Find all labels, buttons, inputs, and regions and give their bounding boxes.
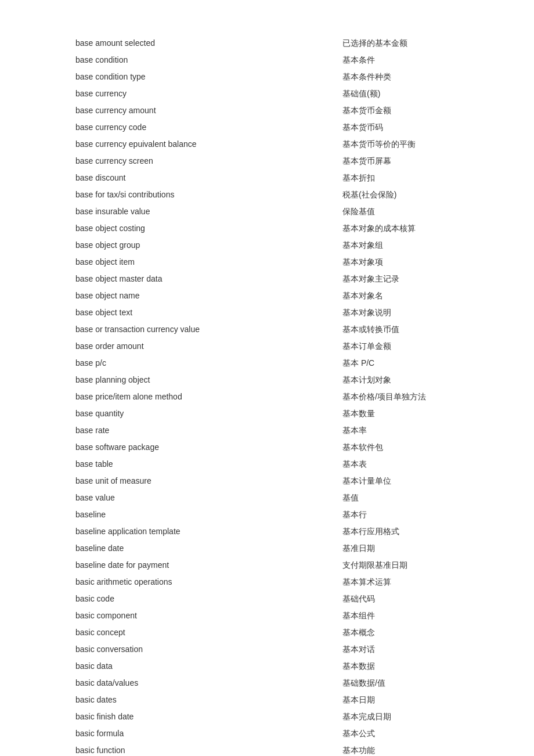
glossary-zh-term: 基本或转换币值	[342, 323, 459, 336]
glossary-row: baseline application template基本行应用格式	[75, 523, 459, 540]
glossary-zh-term: 基本概念	[342, 627, 459, 639]
glossary-zh-term: 基本对话	[342, 643, 459, 656]
glossary-en-term: base table	[75, 458, 342, 470]
glossary-row: base rate基本率	[75, 422, 459, 439]
glossary-zh-term: 保险基值	[342, 206, 459, 218]
glossary-en-term: base quantity	[75, 408, 342, 420]
glossary-en-term: base for tax/si contributions	[75, 189, 342, 201]
glossary-row: basic data/values基础数据/值	[75, 675, 459, 692]
glossary-row: basic function基本功能	[75, 742, 459, 756]
glossary-row: base order amount基本订单金额	[75, 338, 459, 355]
glossary-row: baseline date基准日期	[75, 540, 459, 557]
glossary-en-term: base object text	[75, 307, 342, 319]
glossary-row: base table基本表	[75, 456, 459, 473]
glossary-row: base currency screen基本货币屏幕	[75, 153, 459, 170]
glossary-zh-term: 基本对象的成本核算	[342, 222, 459, 235]
glossary-zh-term: 基本算术运算	[342, 576, 459, 588]
glossary-en-term: base currency	[75, 88, 342, 100]
glossary-en-term: base object item	[75, 256, 342, 268]
glossary-row: base discount基本折扣	[75, 170, 459, 186]
glossary-row: baseline基本行	[75, 506, 459, 523]
glossary-en-term: baseline	[75, 509, 342, 521]
glossary-zh-term: 基本货币码	[342, 121, 459, 134]
glossary-zh-term: 基本公式	[342, 728, 459, 740]
glossary-en-term: base object name	[75, 290, 342, 302]
glossary-zh-term: 基本数量	[342, 408, 459, 420]
glossary-zh-term: 基本表	[342, 458, 459, 470]
glossary-zh-term: 基本货币等价的平衡	[342, 138, 459, 150]
glossary-zh-term: 基础值(额)	[342, 88, 459, 100]
glossary-en-term: basic function	[75, 744, 342, 756]
glossary-zh-term: 基本完成日期	[342, 711, 459, 723]
glossary-en-term: basic concept	[75, 627, 342, 639]
glossary-zh-term: 基本行	[342, 509, 459, 521]
glossary-zh-term: 基准日期	[342, 542, 459, 555]
glossary-row: basic conversation基本对话	[75, 641, 459, 658]
glossary-zh-term: 已选择的基本金额	[342, 37, 459, 49]
glossary-en-term: base amount selected	[75, 37, 342, 49]
glossary-zh-term: 基本条件	[342, 54, 459, 66]
glossary-row: base amount selected已选择的基本金额	[75, 35, 459, 52]
glossary-zh-term: 基本软件包	[342, 441, 459, 453]
glossary-row: basic code基础代码	[75, 591, 459, 607]
glossary-zh-term: 基本 P/C	[342, 357, 459, 369]
glossary-container: base amount selected已选择的基本金额base conditi…	[75, 35, 459, 756]
glossary-row: base unit of measure基本计量单位	[75, 473, 459, 489]
glossary-en-term: baseline application template	[75, 525, 342, 538]
glossary-row: baseline date for payment支付期限基准日期	[75, 557, 459, 574]
glossary-zh-term: 基本率	[342, 424, 459, 437]
glossary-row: base for tax/si contributions税基(社会保险)	[75, 186, 459, 203]
glossary-en-term: base insurable value	[75, 206, 342, 218]
glossary-en-term: baseline date	[75, 542, 342, 555]
glossary-en-term: base p/c	[75, 357, 342, 369]
glossary-en-term: base price/item alone method	[75, 391, 342, 403]
glossary-zh-term: 基本功能	[342, 744, 459, 756]
glossary-row: basic dates基本日期	[75, 692, 459, 708]
glossary-en-term: base currency screen	[75, 155, 342, 167]
glossary-en-term: basic arithmetic operations	[75, 576, 342, 588]
glossary-row: basic concept基本概念	[75, 624, 459, 641]
glossary-row: base currency code基本货币码	[75, 119, 459, 136]
glossary-row: basic arithmetic operations基本算术运算	[75, 574, 459, 591]
glossary-en-term: base unit of measure	[75, 475, 342, 487]
glossary-zh-term: 基本对象说明	[342, 307, 459, 319]
glossary-en-term: base rate	[75, 424, 342, 437]
glossary-en-term: base discount	[75, 172, 342, 184]
glossary-zh-term: 基本条件种类	[342, 71, 459, 83]
glossary-zh-term: 税基(社会保险)	[342, 189, 459, 201]
glossary-en-term: base or transaction currency value	[75, 323, 342, 336]
glossary-zh-term: 基础代码	[342, 593, 459, 605]
glossary-row: base condition基本条件	[75, 52, 459, 69]
glossary-en-term: base object master data	[75, 273, 342, 285]
glossary-zh-term: 基本对象名	[342, 290, 459, 302]
glossary-zh-term: 基值	[342, 492, 459, 504]
glossary-zh-term: 基本日期	[342, 694, 459, 706]
glossary-row: base insurable value保险基值	[75, 203, 459, 220]
glossary-en-term: base condition type	[75, 71, 342, 83]
glossary-row: base price/item alone method基本价格/项目单独方法	[75, 388, 459, 405]
glossary-row: basic finish date基本完成日期	[75, 708, 459, 725]
glossary-zh-term: 基本对象项	[342, 256, 459, 268]
glossary-row: base or transaction currency value基本或转换币…	[75, 321, 459, 338]
glossary-en-term: basic data/values	[75, 677, 342, 689]
glossary-row: basic component基本组件	[75, 607, 459, 624]
glossary-en-term: base planning object	[75, 374, 342, 386]
glossary-en-term: base object costing	[75, 222, 342, 235]
glossary-en-term: base value	[75, 492, 342, 504]
glossary-list: base amount selected已选择的基本金额base conditi…	[75, 35, 459, 756]
glossary-en-term: base currency amount	[75, 105, 342, 117]
glossary-row: base condition type基本条件种类	[75, 69, 459, 85]
glossary-en-term: base object group	[75, 239, 342, 251]
glossary-row: base object item基本对象项	[75, 254, 459, 271]
glossary-row: base planning object基本计划对象	[75, 372, 459, 388]
glossary-zh-term: 基本计量单位	[342, 475, 459, 487]
glossary-en-term: basic dates	[75, 694, 342, 706]
glossary-zh-term: 基本组件	[342, 610, 459, 622]
glossary-row: base object group基本对象组	[75, 237, 459, 254]
glossary-zh-term: 基本价格/项目单独方法	[342, 391, 459, 403]
glossary-en-term: base currency epuivalent balance	[75, 138, 342, 150]
glossary-row: base quantity基本数量	[75, 405, 459, 422]
glossary-row: base object master data基本对象主记录	[75, 271, 459, 287]
glossary-en-term: base software package	[75, 441, 342, 453]
glossary-row: base object name基本对象名	[75, 287, 459, 304]
